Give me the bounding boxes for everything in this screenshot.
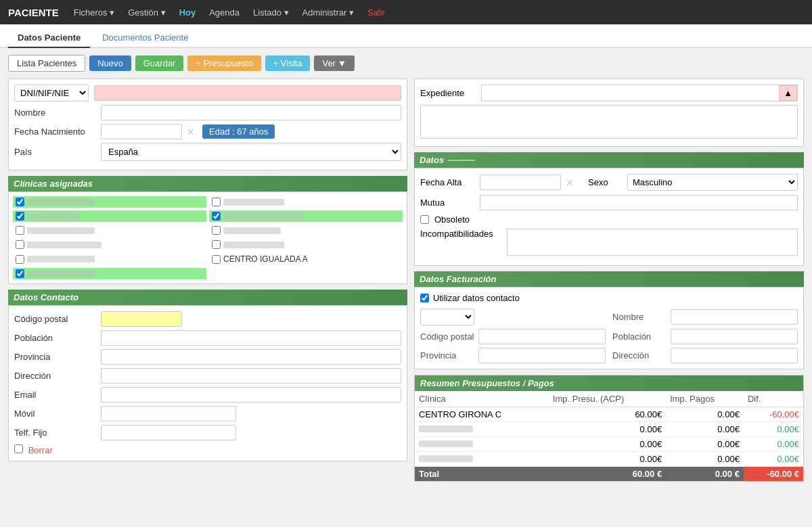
expediente-field: 1188 ▲ bbox=[481, 85, 798, 101]
col-imp-presu: Imp. Presu. (ACP) bbox=[549, 391, 666, 407]
movil-input[interactable]: 000.000.000 bbox=[101, 406, 236, 421]
ver-button[interactable]: Ver ▼ bbox=[314, 55, 354, 71]
obsoleto-checkbox[interactable] bbox=[420, 215, 429, 224]
nav-administrar[interactable]: Administrar ▾ bbox=[297, 5, 359, 20]
fecha-alta-field: 19 / 10 / 2020 ✕ bbox=[480, 175, 576, 190]
nav-gestion[interactable]: Gestión ▾ bbox=[122, 5, 171, 20]
resumen-row-2: 0.00€ 0.00€ 0.00€ bbox=[415, 422, 803, 437]
presupuesto-button[interactable]: + Presupuesto bbox=[187, 55, 261, 71]
dni-type-select[interactable]: DNI/NIF/NIE bbox=[14, 85, 89, 101]
email-label: Email bbox=[14, 390, 95, 400]
fact-poblacion-input[interactable] bbox=[671, 329, 798, 344]
nav-hoy[interactable]: Hoy bbox=[174, 5, 202, 20]
fact-type-select[interactable] bbox=[420, 308, 474, 325]
fecha-alta-clear-button[interactable]: ✕ bbox=[564, 177, 576, 188]
telf-fijo-input[interactable]: 111.111.111 bbox=[101, 425, 236, 440]
fecha-nacimiento-row: Fecha Nacimiento 01 / 01 / 1953 ✕ Edad :… bbox=[14, 124, 401, 139]
fecha-alta-input[interactable]: 19 / 10 / 2020 bbox=[480, 175, 561, 190]
visita-button[interactable]: + Visita bbox=[265, 55, 311, 71]
pais-select[interactable]: España bbox=[101, 143, 401, 161]
dni-row: DNI/NIF/NIE 12345678X bbox=[14, 85, 401, 101]
cp-row: Código postal 17004 bbox=[14, 311, 401, 327]
tab-documentos-paciente[interactable]: Documentos Paciente bbox=[93, 28, 198, 48]
clinic-checkbox-7[interactable] bbox=[16, 240, 24, 249]
clinic-checkbox-2[interactable] bbox=[212, 198, 221, 206]
direccion-label: Dirección bbox=[14, 371, 95, 381]
right-column: Expediente 1188 ▲ Datos Fecha Alta bbox=[414, 78, 804, 482]
clinic-item-10: CENTRO IGUALADA A bbox=[209, 253, 403, 265]
utilizar-label: Utilizar datos contacto bbox=[433, 293, 520, 303]
clinic-label-1 bbox=[27, 199, 95, 206]
utilizar-row: Utilizar datos contacto bbox=[420, 293, 798, 303]
clinic-checkbox-11[interactable] bbox=[16, 269, 24, 278]
borrar-button[interactable]: Borrar bbox=[28, 445, 53, 455]
clinic-checkbox-4[interactable] bbox=[212, 212, 221, 221]
datos-contacto-header: Datos Contacto bbox=[8, 290, 407, 305]
fecha-clear-button[interactable]: ✕ bbox=[185, 127, 197, 137]
content-area: Lista Pacientes Nuevo Guardar + Presupue… bbox=[0, 48, 812, 488]
fact-nombre-input[interactable] bbox=[671, 309, 798, 325]
datos-section: Datos Fecha Alta 19 / 10 / 2020 ✕ Sexo M… bbox=[414, 152, 804, 266]
clinic-checkbox-9[interactable] bbox=[16, 255, 24, 264]
nombre-input[interactable]: CARLOS CARLOS CARLOS bbox=[101, 105, 401, 120]
fact-nombre-label: Nombre bbox=[612, 312, 667, 322]
nav-agenda[interactable]: Agenda bbox=[204, 5, 245, 20]
nav-ficheros[interactable]: Ficheros ▾ bbox=[68, 5, 120, 20]
left-column: DNI/NIF/NIE 12345678X Nombre CARLOS CARL… bbox=[8, 78, 407, 482]
resumen-pagos-2: 0.00€ bbox=[666, 422, 744, 437]
mutua-input[interactable]: AACC bbox=[480, 195, 798, 210]
poblacion-input[interactable]: Girona bbox=[101, 330, 401, 346]
header-line bbox=[448, 160, 475, 161]
fact-cp-label: Código postal bbox=[420, 331, 474, 342]
fecha-nacimiento-field: 01 / 01 / 1953 ✕ bbox=[101, 124, 197, 139]
notes-textarea[interactable] bbox=[420, 105, 798, 139]
cp-input[interactable]: 17004 bbox=[101, 311, 182, 327]
clinic-item-3 bbox=[13, 210, 206, 222]
clinic-label-6 bbox=[223, 227, 281, 234]
lista-pacientes-button[interactable]: Lista Pacientes bbox=[8, 55, 85, 72]
col-imp-pagos: Imp. Pagos bbox=[666, 391, 744, 407]
clinic-checkbox-8[interactable] bbox=[212, 240, 221, 249]
resumen-presu-4: 0.00€ bbox=[549, 452, 666, 467]
tab-datos-paciente[interactable]: Datos Paciente bbox=[8, 28, 90, 48]
email-input[interactable]: hola@hola.com bbox=[101, 387, 401, 403]
utilizar-checkbox[interactable] bbox=[420, 294, 429, 302]
nav-salir[interactable]: Salir bbox=[362, 5, 390, 20]
resumen-presu-2: 0.00€ bbox=[549, 422, 666, 437]
clinic-checkbox-1[interactable] bbox=[16, 198, 24, 206]
direccion-input[interactable]: Saaaaaaaaa bbox=[101, 368, 401, 384]
dni-input[interactable]: 12345678X bbox=[94, 85, 401, 101]
expediente-arrow-button[interactable]: ▲ bbox=[779, 85, 797, 101]
resumen-table-header-row: Clínica Imp. Presu. (ACP) Imp. Pagos Dif… bbox=[415, 391, 803, 407]
clinic-checkbox-3[interactable] bbox=[16, 212, 24, 221]
clinic-checkbox-6[interactable] bbox=[212, 226, 221, 235]
datos-body: Fecha Alta 19 / 10 / 2020 ✕ Sexo Masculi… bbox=[414, 168, 804, 266]
expediente-input[interactable]: 1188 bbox=[482, 85, 779, 101]
clinic-label-11 bbox=[27, 271, 95, 277]
nav-listado[interactable]: Listado ▾ bbox=[248, 5, 294, 20]
expediente-section: Expediente 1188 ▲ bbox=[414, 78, 804, 147]
borrar-checkbox[interactable] bbox=[14, 444, 23, 453]
sexo-select[interactable]: Masculino Femenino bbox=[627, 174, 798, 191]
incompatibilidades-row: Incompatibilidades bbox=[420, 229, 798, 256]
clinic-item-8 bbox=[209, 239, 403, 250]
fecha-nacimiento-input[interactable]: 01 / 01 / 1953 bbox=[101, 124, 182, 139]
datos-facturacion-header: Datos Facturación bbox=[414, 271, 804, 287]
nuevo-button[interactable]: Nuevo bbox=[89, 55, 131, 71]
datos-header: Datos bbox=[414, 152, 804, 168]
resumen-row-3: 0.00€ 0.00€ 0.00€ bbox=[415, 437, 803, 452]
resumen-dif-3: 0.00€ bbox=[744, 437, 803, 452]
guardar-button[interactable]: Guardar bbox=[135, 55, 184, 71]
clinic-checkbox-5[interactable] bbox=[16, 226, 24, 235]
fact-direccion-input[interactable] bbox=[671, 348, 798, 363]
edad-badge: Edad : 67 años bbox=[202, 124, 275, 139]
clinic-label-8 bbox=[223, 242, 284, 248]
provincia-input[interactable]: Girona bbox=[101, 349, 401, 365]
fact-cp-input[interactable] bbox=[478, 329, 606, 344]
clinic-checkbox-10[interactable] bbox=[212, 255, 221, 264]
tabs-bar: Datos Paciente Documentos Paciente bbox=[0, 24, 812, 48]
fact-poblacion-row: Población bbox=[612, 329, 798, 344]
main-grid: DNI/NIF/NIE 12345678X Nombre CARLOS CARL… bbox=[8, 78, 804, 482]
fact-provincia-input[interactable] bbox=[478, 348, 606, 363]
incompatibilidades-textarea[interactable] bbox=[507, 229, 798, 256]
